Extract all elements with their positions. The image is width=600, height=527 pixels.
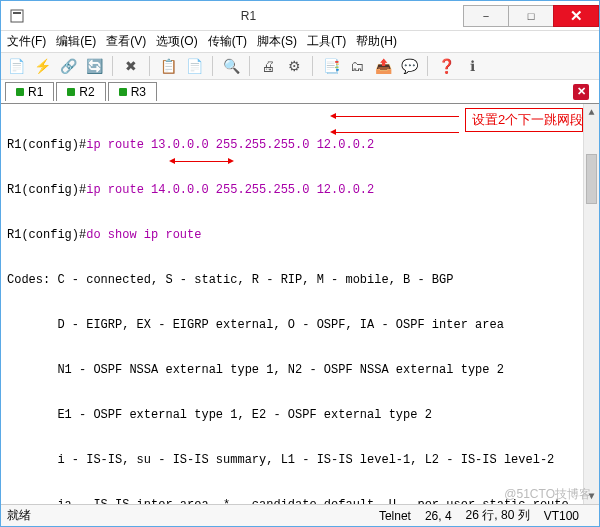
help-icon[interactable]: ❓ [435, 55, 457, 77]
annotation-arrow-icon [335, 132, 459, 133]
annotation-underline-icon [175, 161, 228, 162]
connect-icon[interactable]: 🔗 [57, 55, 79, 77]
toolbar-separator [427, 56, 428, 76]
terminal-line: R1(config)#ip route 13.0.0.0 255.255.255… [7, 138, 593, 153]
quick-connect-icon[interactable]: ⚡ [31, 55, 53, 77]
app-icon [7, 6, 27, 26]
toolbar-separator [112, 56, 113, 76]
tab-r1[interactable]: R1 [5, 82, 54, 101]
status-bar: 就绪 Telnet 26, 4 26 行, 80 列 VT100 [1, 504, 599, 526]
tab-r3[interactable]: R3 [108, 82, 157, 101]
tab-active-indicator-icon [119, 88, 127, 96]
status-dimensions: 26 行, 80 列 [466, 507, 530, 524]
menu-edit[interactable]: 编辑(E) [56, 33, 96, 50]
copy-icon[interactable]: 📋 [157, 55, 179, 77]
scroll-down-icon[interactable]: ▼ [584, 488, 599, 504]
tab-active-indicator-icon [67, 88, 75, 96]
minimize-button[interactable]: − [463, 5, 509, 27]
menu-transfer[interactable]: 传输(T) [208, 33, 247, 50]
menu-script[interactable]: 脚本(S) [257, 33, 297, 50]
close-button[interactable]: ✕ [553, 5, 599, 27]
toolbar-separator [149, 56, 150, 76]
disconnect-icon[interactable]: ✖ [120, 55, 142, 77]
tab-label: R2 [79, 85, 94, 99]
new-session-icon[interactable]: 📄 [5, 55, 27, 77]
window-title: R1 [33, 9, 464, 23]
annotation-arrowhead-icon [330, 113, 336, 119]
annotation-box: 设置2个下一跳网段 [465, 108, 583, 132]
annotation-arrow-icon [335, 116, 459, 117]
close-tab-icon[interactable]: ✕ [573, 84, 589, 100]
tab-label: R3 [131, 85, 146, 99]
send-icon[interactable]: 📤 [372, 55, 394, 77]
reconnect-icon[interactable]: 🔄 [83, 55, 105, 77]
terminal-line: N1 - OSPF NSSA external type 1, N2 - OSP… [7, 363, 593, 378]
scrollbar-thumb[interactable] [586, 154, 597, 204]
terminal-line: i - IS-IS, su - IS-IS summary, L1 - IS-I… [7, 453, 593, 468]
find-icon[interactable]: 🔍 [220, 55, 242, 77]
menu-bar: 文件(F) 编辑(E) 查看(V) 选项(O) 传输(T) 脚本(S) 工具(T… [1, 31, 599, 52]
tab-bar: R1 R2 R3 ✕ [1, 80, 599, 104]
status-terminal-type: VT100 [544, 509, 579, 523]
app-window: R1 − □ ✕ 文件(F) 编辑(E) 查看(V) 选项(O) 传输(T) 脚… [0, 0, 600, 527]
properties-icon[interactable]: ⚙ [283, 55, 305, 77]
chat-icon[interactable]: 💬 [398, 55, 420, 77]
session-options-icon[interactable]: 📑 [320, 55, 342, 77]
annotation-arrowhead-icon [330, 129, 336, 135]
svg-rect-1 [13, 12, 21, 14]
vertical-scrollbar[interactable]: ▲ ▼ [583, 104, 599, 504]
menu-file[interactable]: 文件(F) [7, 33, 46, 50]
maximize-button[interactable]: □ [508, 5, 554, 27]
tab-active-indicator-icon [16, 88, 24, 96]
print-icon[interactable]: 🖨 [257, 55, 279, 77]
about-icon[interactable]: ℹ [461, 55, 483, 77]
terminal-line: E1 - OSPF external type 1, E2 - OSPF ext… [7, 408, 593, 423]
title-bar: R1 − □ ✕ [1, 1, 599, 31]
terminal-line: D - EIGRP, EX - EIGRP external, O - OSPF… [7, 318, 593, 333]
tab-r2[interactable]: R2 [56, 82, 105, 101]
window-controls: − □ ✕ [464, 5, 599, 27]
toolbar-separator [249, 56, 250, 76]
toolbar-separator [212, 56, 213, 76]
terminal-line: R1(config)#ip route 14.0.0.0 255.255.255… [7, 183, 593, 198]
terminal-line: Codes: C - connected, S - static, R - RI… [7, 273, 593, 288]
toolbar: 📄 ⚡ 🔗 🔄 ✖ 📋 📄 🔍 🖨 ⚙ 📑 🗂 📤 💬 ❓ ℹ [1, 52, 599, 80]
menu-view[interactable]: 查看(V) [106, 33, 146, 50]
status-cursor-position: 26, 4 [425, 509, 452, 523]
global-options-icon[interactable]: 🗂 [346, 55, 368, 77]
menu-tools[interactable]: 工具(T) [307, 33, 346, 50]
toolbar-separator [312, 56, 313, 76]
svg-rect-0 [11, 10, 23, 22]
annotation-arrowhead-icon [228, 158, 234, 164]
scroll-up-icon[interactable]: ▲ [584, 104, 599, 120]
status-connection: Telnet [379, 509, 411, 523]
terminal-output[interactable]: R1(config)#ip route 13.0.0.0 255.255.255… [1, 104, 599, 504]
menu-help[interactable]: 帮助(H) [356, 33, 397, 50]
menu-options[interactable]: 选项(O) [156, 33, 197, 50]
terminal-line: ia - IS-IS inter area, * - candidate def… [7, 498, 593, 504]
terminal-line: R1(config)#do show ip route [7, 228, 593, 243]
paste-icon[interactable]: 📄 [183, 55, 205, 77]
tab-label: R1 [28, 85, 43, 99]
annotation-arrowhead-icon [169, 158, 175, 164]
status-ready: 就绪 [7, 507, 31, 524]
